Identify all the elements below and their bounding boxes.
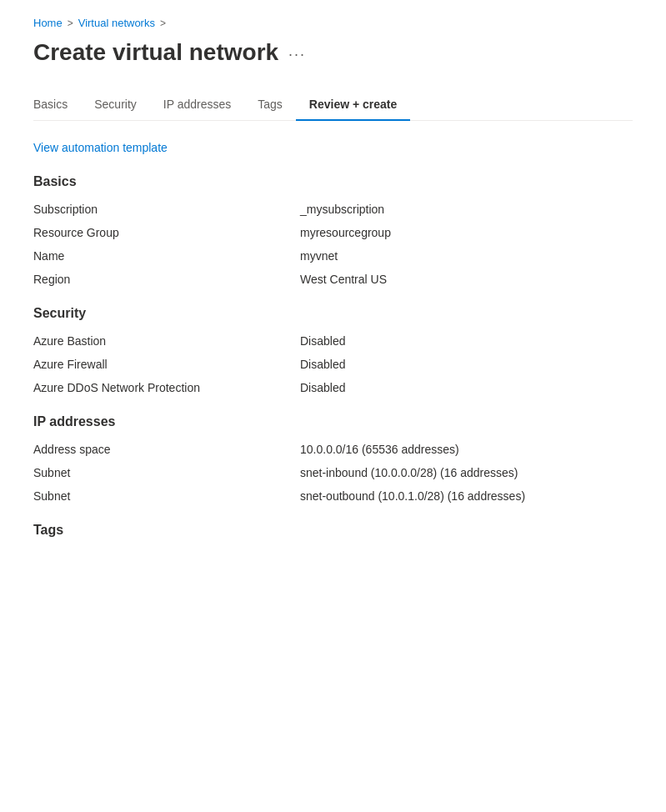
field-value-azure-ddos: Disabled — [300, 381, 345, 394]
field-value-subnet-outbound: snet-outbound (10.0.1.0/28) (16 addresse… — [300, 489, 525, 503]
field-value-address-space: 10.0.0.0/16 (65536 addresses) — [300, 443, 459, 456]
tab-review-create[interactable]: Review + create — [296, 89, 410, 121]
tabs-container: Basics Security IP addresses Tags Review… — [33, 89, 633, 121]
tab-security[interactable]: Security — [81, 89, 150, 121]
field-label-subscription: Subscription — [33, 203, 300, 216]
field-region: Region West Central US — [33, 273, 633, 286]
tags-section-title: Tags — [33, 523, 633, 538]
tab-basics[interactable]: Basics — [33, 89, 81, 121]
field-label-resource-group: Resource Group — [33, 226, 300, 239]
basics-section: Basics Subscription _mysubscription Reso… — [33, 174, 633, 286]
field-label-name: Name — [33, 249, 300, 263]
field-address-space: Address space 10.0.0.0/16 (65536 address… — [33, 443, 633, 456]
field-label-azure-bastion: Azure Bastion — [33, 334, 300, 348]
field-subnet-outbound: Subnet snet-outbound (10.0.1.0/28) (16 a… — [33, 489, 633, 503]
breadcrumb: Home > Virtual networks > — [33, 17, 633, 29]
field-value-azure-firewall: Disabled — [300, 358, 345, 371]
tab-tags[interactable]: Tags — [244, 89, 296, 121]
field-label-region: Region — [33, 273, 300, 286]
field-value-resource-group: myresourcegroup — [300, 226, 391, 239]
field-resource-group: Resource Group myresourcegroup — [33, 226, 633, 239]
field-value-azure-bastion: Disabled — [300, 334, 345, 348]
security-section-title: Security — [33, 306, 633, 321]
field-label-subnet-outbound: Subnet — [33, 489, 300, 503]
field-subnet-inbound: Subnet snet-inbound (10.0.0.0/28) (16 ad… — [33, 466, 633, 479]
page-title: Create virtual network — [33, 39, 278, 66]
field-azure-firewall: Azure Firewall Disabled — [33, 358, 633, 371]
breadcrumb-sep-1: > — [68, 18, 73, 29]
more-options-button[interactable]: ··· — [288, 46, 306, 63]
ip-addresses-section: IP addresses Address space 10.0.0.0/16 (… — [33, 414, 633, 503]
field-label-address-space: Address space — [33, 443, 300, 456]
security-section: Security Azure Bastion Disabled Azure Fi… — [33, 306, 633, 394]
field-value-subnet-inbound: snet-inbound (10.0.0.0/28) (16 addresses… — [300, 466, 518, 479]
field-name: Name myvnet — [33, 249, 633, 263]
page-header: Create virtual network ··· — [33, 39, 633, 66]
ip-addresses-section-title: IP addresses — [33, 414, 633, 429]
field-value-name: myvnet — [300, 249, 338, 263]
field-label-azure-firewall: Azure Firewall — [33, 358, 300, 371]
field-azure-bastion: Azure Bastion Disabled — [33, 334, 633, 348]
basics-section-title: Basics — [33, 174, 633, 189]
field-value-region: West Central US — [300, 273, 387, 286]
field-subscription: Subscription _mysubscription — [33, 203, 633, 216]
tab-ip-addresses[interactable]: IP addresses — [150, 89, 244, 121]
page-container: Home > Virtual networks > Create virtual… — [0, 0, 666, 591]
field-azure-ddos: Azure DDoS Network Protection Disabled — [33, 381, 633, 394]
breadcrumb-home[interactable]: Home — [33, 17, 63, 29]
breadcrumb-sep-2: > — [160, 18, 166, 29]
field-value-subscription: _mysubscription — [300, 203, 384, 216]
breadcrumb-virtual-networks[interactable]: Virtual networks — [78, 17, 155, 29]
field-label-subnet-inbound: Subnet — [33, 466, 300, 479]
field-label-azure-ddos: Azure DDoS Network Protection — [33, 381, 300, 394]
tags-section: Tags — [33, 523, 633, 538]
automation-template-link[interactable]: View automation template — [33, 141, 168, 154]
